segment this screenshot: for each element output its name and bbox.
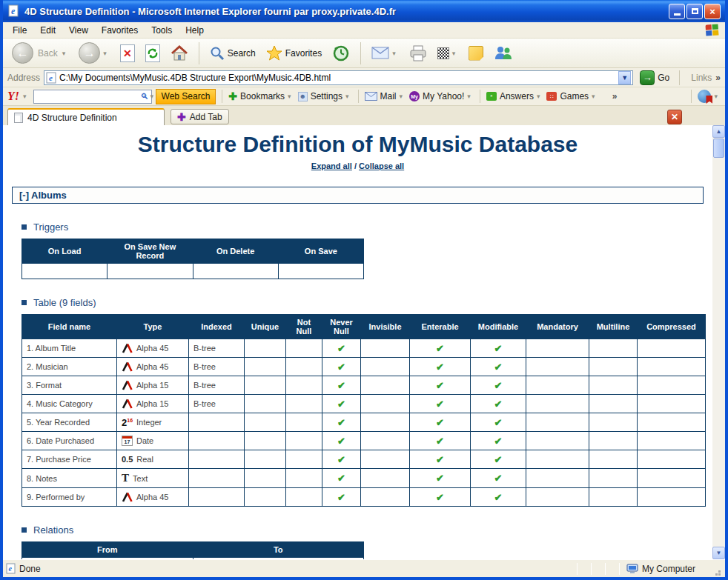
ie-logo-icon: e <box>7 4 21 18</box>
games-dropdown-icon: ▾ <box>592 93 595 100</box>
yahoo-mail-button[interactable]: Mail ▾ <box>365 91 406 101</box>
field-mandatory-cell <box>526 450 589 469</box>
field-not-null-cell <box>286 358 322 376</box>
address-label: Address <box>7 73 40 83</box>
links-label[interactable]: Links <box>691 73 712 83</box>
windows-logo-icon <box>705 24 719 36</box>
print-button[interactable] <box>406 44 430 63</box>
edit-button[interactable]: ▾ <box>434 46 462 61</box>
scrollbar-thumb[interactable] <box>713 139 724 158</box>
mail-button[interactable]: ▾ <box>368 45 402 61</box>
collapse-all-link[interactable]: Collapse all <box>359 161 404 170</box>
check-icon: ✔ <box>337 436 345 447</box>
forward-dropdown-icon[interactable]: ▾ <box>103 50 107 57</box>
field-compressed-cell <box>638 450 706 469</box>
my-yahoo-button[interactable]: My My Yahoo! ▾ <box>409 91 474 101</box>
go-button[interactable]: → Go <box>637 70 672 85</box>
yahoo-search-magnifier-icon[interactable]: 🔍︎ <box>139 92 150 101</box>
back-dropdown-icon[interactable]: ▾ <box>62 50 66 57</box>
yahoo-search-input[interactable] <box>34 92 139 101</box>
field-multiline-cell <box>589 395 638 413</box>
address-dropdown-icon[interactable]: ▼ <box>618 71 631 84</box>
table-row: 5. Year Recorded216Integer✔✔✔ <box>22 413 706 432</box>
yahoo-toolbar: Y! ▾ 🔍︎ ▾ Web Search ✚ Bookmarks ▾ ☻ Set… <box>3 87 725 106</box>
maximize-button[interactable] <box>686 4 703 19</box>
triggers-cell <box>193 264 278 279</box>
yahoo-mail-dropdown-icon: ▾ <box>400 93 403 100</box>
field-compressed-cell <box>638 469 706 488</box>
menu-item-view[interactable]: View <box>62 24 95 37</box>
albums-section-header[interactable]: [-] Albums <box>12 187 704 204</box>
links-chevron-icon[interactable]: » <box>715 73 721 83</box>
back-button[interactable]: ← Back ▾ <box>9 41 71 65</box>
field-mandatory-cell <box>526 432 589 450</box>
games-button[interactable]: ∷ Games ▾ <box>546 91 598 101</box>
address-input[interactable] <box>59 73 615 83</box>
field-invisible-cell <box>361 395 410 413</box>
yahoo-logo-dropdown-icon[interactable]: ▾ <box>23 93 27 100</box>
menu-item-file[interactable]: File <box>6 24 33 37</box>
menu-item-edit[interactable]: Edit <box>33 24 62 37</box>
favorites-star-icon <box>266 45 282 61</box>
browser-viewport: Structure Definition of MyMusic Database… <box>3 125 725 559</box>
menu-item-favorites[interactable]: Favorites <box>95 24 145 37</box>
minimize-button[interactable] <box>669 4 685 19</box>
field-modifiable-cell: ✔ <box>471 469 526 488</box>
history-button[interactable] <box>329 43 353 64</box>
status-bar: e Done My Computer <box>3 559 725 577</box>
search-button[interactable]: Search <box>207 44 259 62</box>
add-tab-button[interactable]: ✚ Add Tab <box>171 109 229 124</box>
vertical-scrollbar[interactable]: ▲ ▼ <box>712 125 725 559</box>
close-button[interactable]: × <box>704 4 721 19</box>
field-type-label: Real <box>136 455 153 464</box>
scrollbar-track[interactable] <box>712 159 725 547</box>
field-type-cell: Alpha 15 <box>117 395 189 413</box>
settings-button[interactable]: ☻ Settings ▾ <box>298 91 352 101</box>
yahoo-search-dropdown-icon[interactable]: ▾ <box>150 93 154 100</box>
check-icon: ✔ <box>337 361 345 373</box>
relation-from-cell: [Albums]Musician <box>22 558 193 560</box>
stop-button[interactable]: ✕ <box>117 43 138 64</box>
search-icon <box>210 46 225 61</box>
scroll-up-button[interactable]: ▲ <box>712 125 725 138</box>
yahoo-overflow-chevron-icon[interactable]: » <box>612 91 618 101</box>
field-name-cell: 6. Date Purchased <box>22 432 117 450</box>
close-tab-button[interactable]: ✕ <box>667 110 682 124</box>
menu-item-tools[interactable]: Tools <box>145 24 179 37</box>
expand-all-link[interactable]: Expand all <box>311 161 352 170</box>
triggers-column-header: On Save New Record <box>107 239 193 264</box>
check-icon: ✔ <box>494 417 503 428</box>
scroll-down-button[interactable]: ▼ <box>712 547 725 559</box>
yahoo-logo[interactable]: Y! <box>7 90 19 103</box>
web-search-button[interactable]: Web Search <box>156 89 216 104</box>
field-multiline-cell <box>589 339 638 358</box>
edit-dropdown-icon[interactable]: ▾ <box>452 50 456 57</box>
answers-button[interactable]: * Answers ▾ <box>486 91 543 101</box>
refresh-button[interactable] <box>142 43 163 64</box>
notes-button[interactable] <box>466 44 486 62</box>
field-name-cell: 5. Year Recorded <box>22 413 117 432</box>
field-indexed-cell: B-tree <box>189 339 245 358</box>
home-button[interactable] <box>168 44 191 63</box>
messenger-button[interactable] <box>491 44 516 62</box>
tab-4d-structure-definition[interactable]: 4D Structure Definition <box>7 108 165 125</box>
mail-dropdown-icon[interactable]: ▾ <box>392 50 396 57</box>
menu-item-help[interactable]: Help <box>179 24 211 37</box>
field-type-cell: TText <box>117 469 189 488</box>
bookmarks-button[interactable]: ✚ Bookmarks ▾ <box>228 90 294 102</box>
field-enterable-cell: ✔ <box>410 395 471 413</box>
field-type-label: Alpha 45 <box>136 493 168 501</box>
fields-column-header: Field name <box>22 315 117 339</box>
field-compressed-cell <box>638 395 706 413</box>
resize-grip[interactable] <box>713 568 721 576</box>
field-never-null-cell: ✔ <box>322 358 361 376</box>
field-type-label: Text <box>133 474 148 483</box>
adobe-pdf-button[interactable]: ▾ <box>698 90 721 103</box>
status-zone-text: My Computer <box>642 564 695 574</box>
fields-column-header: Not Null <box>286 315 322 339</box>
tab-bar: 4D Structure Definition ✚ Add Tab ✕ <box>3 106 725 125</box>
field-indexed-cell: B-tree <box>189 395 245 413</box>
field-type-label: Alpha 45 <box>136 362 168 371</box>
forward-button[interactable]: → ▾ <box>76 41 113 65</box>
favorites-button[interactable]: Favorites <box>263 44 325 62</box>
